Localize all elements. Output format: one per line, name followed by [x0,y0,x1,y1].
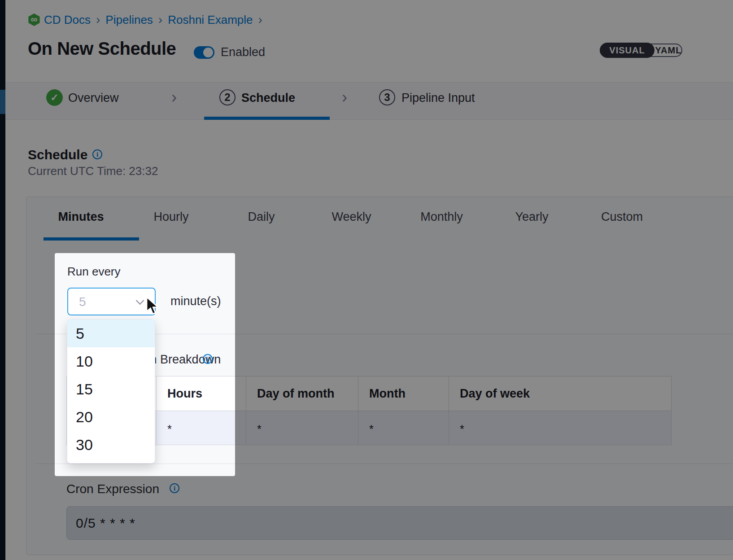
col-header-hours: Hours [157,376,246,411]
step-schedule[interactable]: Schedule [241,91,295,105]
tab-custom[interactable]: Custom [577,210,667,224]
tab-weekly[interactable]: Weekly [306,210,397,224]
breadcrumb-pipeline-name[interactable]: Roshni Example [168,13,253,27]
breadcrumb-separator-icon: › [258,13,262,26]
left-nav-rail[interactable] [0,0,5,560]
yaml-tab[interactable]: YAML [654,43,682,58]
cron-expression-label: Cron Expression [66,482,159,496]
visual-yaml-switch: VISUAL YAML [600,43,682,58]
breadcrumb-separator-icon: › [96,13,100,26]
step-pipeline-input[interactable]: Pipeline Input [401,91,475,105]
tab-hourly[interactable]: Hourly [126,210,216,224]
step-overview[interactable]: Overview [68,91,119,105]
col-header-day-of-month: Day of month [246,376,358,411]
minutes-select-value: 5 [79,295,86,309]
minutes-select[interactable]: 5 [67,288,156,315]
cell-month: * [358,411,449,445]
chevron-right-icon: › [342,88,347,107]
info-icon[interactable]: i [92,149,102,159]
dropdown-option-30[interactable]: 30 [67,431,155,459]
step-3-badge: 3 [379,89,395,105]
pipeline-infinity-icon: ∞ [28,13,40,26]
breadcrumb-pipelines[interactable]: Pipelines [105,13,153,27]
run-every-label: Run every [67,265,121,279]
breadcrumb-cd-docs[interactable]: CD Docs [44,13,91,27]
dropdown-option-20[interactable]: 20 [67,403,155,431]
table-row: * * * * * [67,411,671,445]
enabled-toggle[interactable] [194,46,214,59]
tab-minutes[interactable]: Minutes [36,210,126,224]
info-icon[interactable]: i [203,354,213,364]
trigger-schedule-page: ∞ CD Docs › Pipelines › Roshni Example ›… [0,0,733,560]
step-complete-check-icon: ✓ [46,89,63,106]
nav-rail-active-item[interactable] [0,90,5,114]
cron-breakdown-table: Minutes Hours Day of month Month Day of … [66,376,672,445]
cell-hours: * [157,411,246,445]
section-divider [36,464,733,464]
page-title: On New Schedule [28,39,176,59]
chevron-right-icon: › [171,88,177,107]
minutes-dropdown-menu: 5 10 15 20 30 [67,319,155,464]
tab-monthly[interactable]: Monthly [397,210,487,224]
active-tab-underline [44,237,139,241]
schedule-heading: Schedule [28,147,87,162]
table-header-row: Minutes Hours Day of month Month Day of … [67,376,671,411]
active-step-underline [204,117,330,120]
col-header-month: Month [358,376,449,411]
breadcrumb-separator-icon: › [158,13,162,26]
dropdown-option-10[interactable]: 10 [67,347,155,375]
dropdown-option-15[interactable]: 15 [67,375,155,403]
enabled-label: Enabled [221,45,265,59]
info-icon[interactable]: i [170,483,179,493]
tab-yearly[interactable]: Yearly [487,210,577,224]
col-header-day-of-week: Day of week [449,376,671,411]
breadcrumb: CD Docs › Pipelines › Roshni Example › [44,13,262,27]
cell-day-of-month: * [246,411,358,445]
step-2-badge: 2 [219,89,236,105]
cell-day-of-week: * [449,411,671,445]
dropdown-option-5[interactable]: 5 [67,319,155,347]
frequency-tabs: Minutes Hourly Daily Weekly Monthly Year… [36,210,667,224]
minutes-unit-label: minute(s) [170,294,221,308]
toggle-knob [203,48,213,57]
current-utc-time: Current UTC Time: 23:32 [28,164,158,178]
cron-expression-input[interactable]: 0/5 * * * * [66,506,733,540]
visual-tab[interactable]: VISUAL [600,43,654,58]
chevron-down-icon [135,296,144,305]
tab-daily[interactable]: Daily [216,210,306,224]
